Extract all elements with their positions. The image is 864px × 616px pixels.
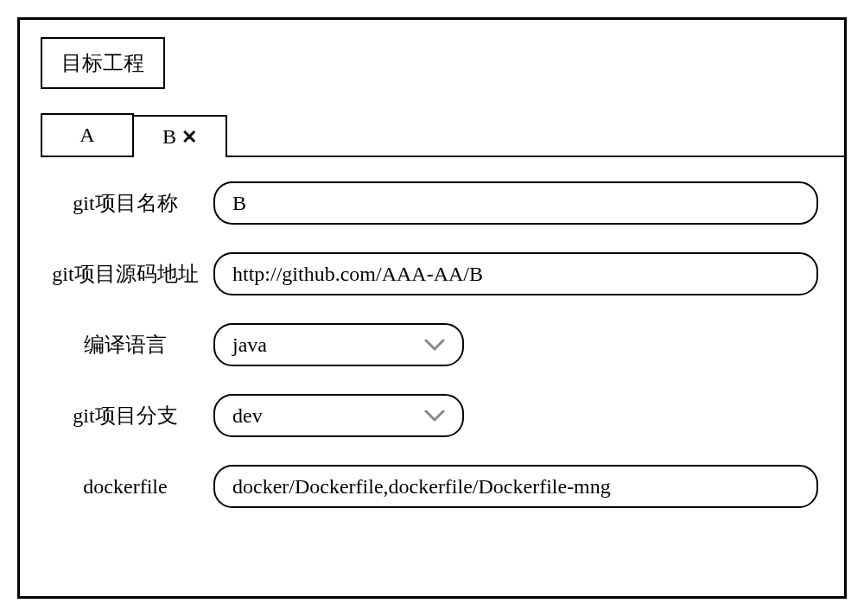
tab-a-label: A (79, 124, 94, 146)
chevron-down-icon (424, 410, 445, 422)
value-git-branch: dev (232, 404, 263, 428)
config-panel: 目标工程 A B ✕ git项目名称 B git项目源码地址 http://gi… (17, 17, 847, 599)
input-git-name[interactable]: B (213, 181, 818, 225)
row-dockerfile: dockerfile docker/Dockerfile,dockerfile/… (41, 465, 818, 508)
panel-title-text: 目标工程 (61, 52, 144, 74)
tab-underline (226, 156, 844, 157)
label-git-branch: git项目分支 (41, 402, 213, 429)
label-dockerfile: dockerfile (41, 475, 213, 499)
row-git-branch: git项目分支 dev (41, 394, 818, 437)
tab-b[interactable]: B ✕ (132, 115, 227, 157)
value-git-name: B (232, 192, 246, 215)
label-language: 编译语言 (41, 331, 213, 359)
tab-b-label: B (162, 125, 176, 149)
form-area: git项目名称 B git项目源码地址 http://github.com/AA… (41, 157, 844, 508)
select-git-branch[interactable]: dev (213, 394, 464, 437)
row-language: 编译语言 java (41, 323, 818, 366)
label-git-name: git项目名称 (41, 189, 213, 217)
input-git-source[interactable]: http://github.com/AAA-AA/B (213, 252, 818, 295)
row-git-name: git项目名称 B (41, 181, 818, 225)
value-dockerfile: docker/Dockerfile,dockerfile/Dockerfile-… (232, 475, 611, 499)
label-git-source: git项目源码地址 (41, 260, 213, 288)
row-git-source: git项目源码地址 http://github.com/AAA-AA/B (41, 252, 818, 295)
value-language: java (232, 333, 267, 357)
value-git-source: http://github.com/AAA-AA/B (232, 263, 483, 286)
close-icon[interactable]: ✕ (181, 128, 197, 147)
tabs-row: A B ✕ (41, 113, 844, 157)
input-dockerfile[interactable]: docker/Dockerfile,dockerfile/Dockerfile-… (213, 465, 818, 508)
panel-title: 目标工程 (41, 37, 165, 89)
tab-a[interactable]: A (41, 113, 134, 157)
select-language[interactable]: java (213, 323, 464, 366)
chevron-down-icon (424, 339, 445, 351)
